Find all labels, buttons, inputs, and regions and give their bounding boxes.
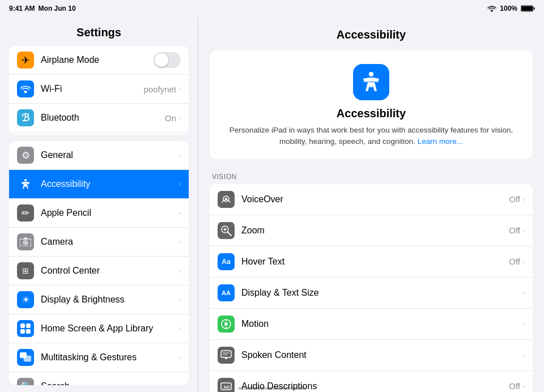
display-text-size-chevron: › — [522, 289, 525, 297]
audio-descriptions-icon: AD — [218, 378, 235, 393]
wifi-icon — [487, 5, 496, 12]
bluetooth-label: Bluetooth — [41, 113, 165, 123]
motion-chevron: › — [522, 320, 525, 328]
audio-descriptions-chevron: › — [522, 382, 525, 390]
search-chevron: › — [178, 382, 181, 385]
home-indicator — [238, 387, 306, 390]
svg-rect-1 — [521, 6, 533, 11]
svg-rect-11 — [20, 329, 25, 334]
zoom-icon — [218, 222, 235, 239]
sidebar-item-general[interactable]: ⚙ General › — [9, 141, 189, 170]
svg-point-4 — [24, 179, 27, 181]
camera-label: Camera — [41, 237, 178, 247]
zoom-chevron: › — [522, 227, 525, 235]
airplane-mode-icon: ✈ — [17, 52, 34, 69]
home-screen-label: Home Screen & App Library — [41, 323, 178, 334]
sidebar: Settings ✈ Airplane Mode Wi-Fi poofynet … — [0, 17, 198, 392]
hover-text-value: Off — [509, 257, 520, 266]
svg-rect-8 — [24, 238, 27, 240]
wifi-value: poofynet — [143, 84, 176, 94]
spoken-content-label: Spoken Content — [241, 350, 520, 360]
control-center-label: Control Center — [41, 266, 178, 276]
accessibility-header-title: Accessibility — [221, 107, 521, 120]
sidebar-item-display-brightness[interactable]: ☀ Display & Brightness › — [9, 286, 189, 314]
svg-text:AD: AD — [223, 385, 230, 390]
sidebar-item-accessibility[interactable]: Accessibility › — [9, 170, 189, 199]
apple-pencil-icon: ✏ — [17, 204, 34, 221]
audio-descriptions-value: Off — [509, 381, 520, 391]
hover-text-chevron: › — [522, 258, 525, 266]
display-text-size-icon: AA — [218, 284, 235, 301]
voiceover-item[interactable]: VoiceOver Off › — [210, 184, 533, 215]
hover-text-item[interactable]: Aa Hover Text Off › — [210, 246, 533, 278]
zoom-value: Off — [509, 225, 520, 235]
svg-rect-10 — [26, 323, 31, 328]
learn-more-link[interactable]: Learn more... — [418, 137, 463, 146]
battery-icon — [521, 5, 535, 12]
bluetooth-chevron: › — [178, 114, 181, 122]
spoken-content-icon — [218, 347, 235, 364]
battery-percent: 100% — [500, 5, 517, 12]
general-chevron: › — [178, 151, 181, 159]
control-center-icon: ⊞ — [17, 262, 34, 279]
sidebar-item-battery[interactable]: Battery › — [9, 133, 189, 134]
sidebar-item-bluetooth[interactable]: ℬ Bluetooth On › — [9, 104, 189, 133]
svg-rect-12 — [26, 329, 31, 334]
camera-chevron: › — [178, 238, 181, 246]
apple-pencil-label: Apple Pencil — [41, 208, 178, 218]
general-label: General — [41, 150, 178, 160]
vision-section-label: VISION — [212, 173, 530, 181]
sidebar-item-camera[interactable]: Camera › — [9, 228, 189, 257]
multitasking-chevron: › — [178, 353, 181, 361]
sidebar-item-wifi[interactable]: Wi-Fi poofynet › — [9, 75, 189, 104]
accessibility-header-desc: Personalize iPad in ways that work best … — [221, 125, 521, 148]
sidebar-item-home-screen[interactable]: Home Screen & App Library › — [9, 314, 189, 343]
accessibility-chevron: › — [178, 180, 181, 188]
wifi-icon — [17, 80, 34, 97]
spoken-content-item[interactable]: Spoken Content › — [210, 340, 533, 371]
search-icon: 🔍 — [17, 378, 34, 385]
svg-rect-14 — [24, 356, 31, 361]
sidebar-item-apple-pencil[interactable]: ✏ Apple Pencil › — [9, 199, 189, 228]
voiceover-chevron: › — [522, 195, 525, 203]
wifi-chevron: › — [178, 85, 181, 93]
sidebar-title: Settings — [0, 17, 198, 46]
hover-text-label: Hover Text — [241, 257, 509, 267]
camera-icon — [17, 233, 34, 250]
motion-item[interactable]: Motion › — [210, 309, 533, 340]
apple-pencil-chevron: › — [178, 209, 181, 217]
airplane-mode-toggle[interactable] — [154, 52, 181, 68]
svg-point-25 — [224, 322, 228, 326]
accessibility-icon — [17, 176, 34, 193]
zoom-label: Zoom — [241, 225, 509, 236]
status-date: Mon Jun 10 — [39, 5, 76, 12]
sidebar-item-control-center[interactable]: ⊞ Control Center › — [9, 257, 189, 286]
svg-point-7 — [24, 242, 27, 244]
sidebar-item-airplane-mode[interactable]: ✈ Airplane Mode — [9, 46, 189, 75]
display-brightness-label: Display & Brightness — [41, 295, 178, 305]
voiceover-icon — [218, 191, 235, 208]
sidebar-item-multitasking[interactable]: Multitasking & Gestures › — [9, 343, 189, 372]
accessibility-header-icon — [353, 64, 389, 100]
spoken-content-chevron: › — [522, 351, 525, 359]
status-time: 9:41 AM — [9, 5, 35, 12]
display-text-size-item[interactable]: AA Display & Text Size › — [210, 278, 533, 309]
vision-group: VoiceOver Off › Zoom Off › Aa Hover Text… — [210, 184, 533, 393]
svg-rect-9 — [20, 323, 25, 328]
svg-line-21 — [228, 232, 231, 236]
content-area: Accessibility Accessibility Personalize … — [198, 17, 544, 392]
voiceover-value: Off — [509, 194, 520, 204]
multitasking-icon — [17, 349, 34, 366]
display-brightness-chevron: › — [178, 296, 181, 304]
svg-rect-28 — [221, 351, 231, 357]
multitasking-label: Multitasking & Gestures — [41, 352, 178, 363]
control-center-chevron: › — [178, 267, 181, 275]
zoom-item[interactable]: Zoom Off › — [210, 215, 533, 246]
motion-icon — [218, 316, 235, 333]
sidebar-item-search[interactable]: 🔍 Search › — [9, 372, 189, 385]
general-icon: ⚙ — [17, 147, 34, 164]
settings-group-system: ⚙ General › Accessibility › ✏ Apple Penc… — [9, 141, 189, 385]
status-bar: 9:41 AM Mon Jun 10 100% — [0, 0, 544, 17]
content-title: Accessibility — [210, 28, 533, 41]
status-bar-right: 100% — [487, 5, 535, 12]
